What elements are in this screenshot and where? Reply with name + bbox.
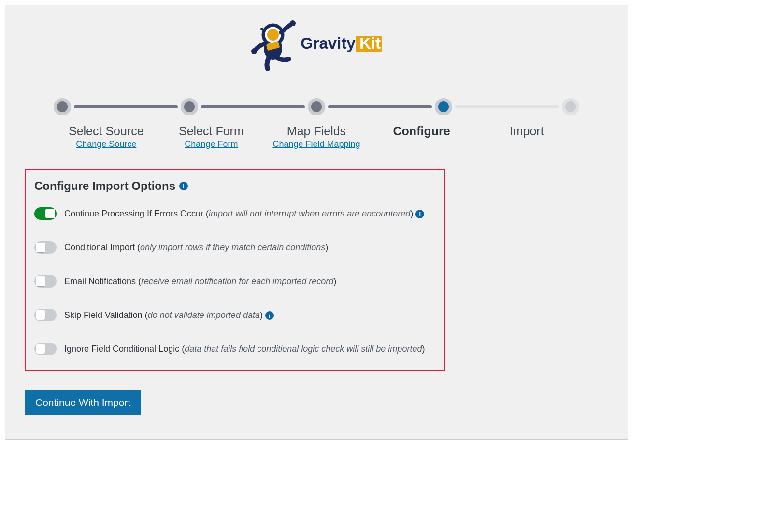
panel-heading-text: Configure Import Options [34,179,175,193]
info-icon[interactable]: i [415,210,424,218]
option-row: Conditional Import (only import rows if … [34,241,435,254]
step-change-link[interactable]: Change Source [54,139,159,149]
panel-heading: Configure Import Options i [34,179,435,193]
svg-point-6 [260,28,263,30]
page-container: Gravity Kit Select SourceSelect FormMap … [5,5,628,440]
brand-text-a: Gravity [301,34,356,52]
svg-point-4 [290,20,296,26]
option-row: Email Notifications (receive email notif… [34,275,435,288]
option-row: Skip Field Validation (do not validate i… [34,309,435,321]
step-links-row: Change SourceChange FormChange Field Map… [54,139,579,149]
step-dot[interactable] [181,98,198,115]
option-toggle[interactable] [34,309,57,321]
option-row: Continue Processing If Errors Occur (imp… [34,207,435,220]
step-change-link[interactable]: Change Form [159,139,264,149]
info-icon[interactable]: i [265,311,274,320]
step-connector [328,105,432,108]
svg-point-2 [267,29,279,41]
step-connector [201,105,305,108]
option-label: Ignore Field Conditional Logic (data tha… [64,344,425,354]
option-toggle[interactable] [34,343,57,355]
continue-button[interactable]: Continue With Import [25,390,141,415]
option-toggle[interactable] [34,207,57,220]
svg-point-7 [286,57,288,59]
step-connector [74,105,178,108]
step-dots-row [54,98,579,115]
step-change-link[interactable]: Change Field Mapping [264,139,369,149]
gravitykit-logo-icon: Gravity Kit [251,18,382,72]
option-label: Skip Field Validation (do not validate i… [64,310,274,320]
step-connector [455,105,559,108]
configure-options-panel: Configure Import Options i Continue Proc… [25,169,445,371]
step-labels-row: Select SourceSelect FormMap FieldsConfig… [54,124,579,138]
step-dot [562,98,579,115]
step-label: Select Source [54,124,159,138]
brand-text-b: Kit [359,34,381,52]
step-label: Configure [369,124,474,138]
step-dot[interactable] [54,98,71,115]
step-label: Map Fields [264,124,369,138]
option-toggle[interactable] [34,241,57,254]
step-label: Import [474,124,579,138]
option-label: Conditional Import (only import rows if … [64,243,328,253]
option-toggle[interactable] [34,275,57,288]
progress-stepper: Select SourceSelect FormMap FieldsConfig… [25,98,608,149]
step-label: Select Form [159,124,264,138]
logo: Gravity Kit [25,18,608,72]
option-row: Ignore Field Conditional Logic (data tha… [34,343,435,355]
option-label: Email Notifications (receive email notif… [64,276,336,287]
option-label: Continue Processing If Errors Occur (imp… [64,209,424,219]
svg-point-5 [251,48,257,54]
step-dot[interactable] [308,98,325,115]
step-dot[interactable] [435,98,452,115]
info-icon[interactable]: i [179,182,188,190]
options-list: Continue Processing If Errors Occur (imp… [34,207,435,355]
